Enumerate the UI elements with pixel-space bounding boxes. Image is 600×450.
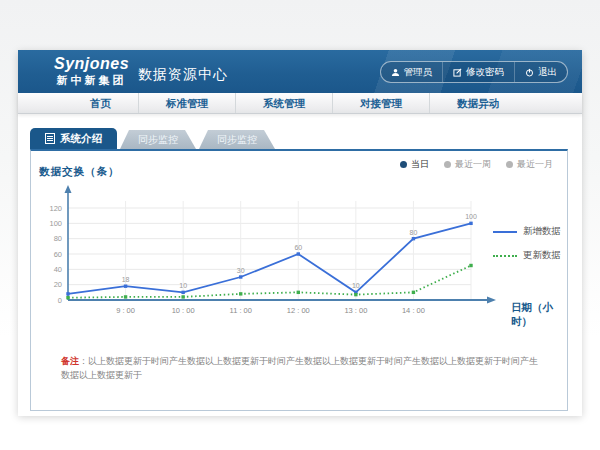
nav-item-4[interactable]: 数据异动 [429, 93, 526, 113]
legend-item-0[interactable]: 新增数据 [493, 225, 561, 238]
logo-text-en: Synjones [54, 55, 129, 73]
time-filter-1[interactable]: 最近一周 [444, 158, 491, 171]
change-password-label: 修改密码 [466, 66, 504, 79]
svg-text:11 : 00: 11 : 00 [230, 306, 252, 315]
logout-label: 退出 [538, 66, 557, 79]
tab-0[interactable]: 系统介绍 [30, 128, 117, 149]
chart-panel: 当日最近一周最近一月 数据交换（条） 0204060801001209 : 00… [30, 149, 568, 411]
radio-dot-icon [506, 161, 513, 168]
tab-label: 系统介绍 [60, 128, 102, 149]
y-axis-title: 数据交换（条） [39, 165, 120, 179]
svg-text:14 : 00: 14 : 00 [402, 306, 425, 315]
svg-text:18: 18 [122, 276, 130, 283]
radio-dot-icon [444, 161, 451, 168]
change-password-button[interactable]: 修改密码 [442, 62, 514, 82]
admin-user-label: 管理员 [404, 66, 433, 79]
svg-text:60: 60 [294, 244, 302, 251]
x-axis-title: 日期（小时） [511, 301, 567, 329]
radio-label: 当日 [411, 158, 429, 171]
legend-item-1[interactable]: 更新数据 [493, 249, 561, 262]
tab-2[interactable]: 同步监控 [199, 130, 275, 149]
page-title: 数据资源中心 [138, 66, 228, 84]
svg-text:13 : 00: 13 : 00 [344, 306, 367, 315]
footnote-text: ：以上数据更新于时间产生数据以上数据更新于时间产生数据以上数据更新于时间产生数据… [61, 356, 538, 380]
tab-label: 同步监控 [138, 134, 178, 145]
user-actions-group: 管理员 修改密码 退出 [380, 61, 569, 83]
svg-text:120: 120 [49, 204, 62, 213]
app-window: Synjones 新中新集团 数据资源中心 管理员 修改密码 退出 [18, 50, 582, 415]
footnote: 备注：以上数据更新于时间产生数据以上数据更新于时间产生数据以上数据更新于时间产生… [61, 355, 543, 382]
svg-text:9 : 00: 9 : 00 [116, 306, 135, 315]
main-nav: 首页标准管理系统管理对接管理数据异动 [18, 93, 582, 114]
edit-icon [453, 68, 462, 77]
svg-text:20: 20 [54, 280, 62, 289]
line-chart: 0204060801001209 : 0010 : 0011 : 0012 : … [37, 183, 507, 331]
radio-dot-icon [400, 161, 407, 168]
content-area: 系统介绍同步监控同步监控 当日最近一周最近一月 数据交换（条） 02040608… [18, 114, 582, 416]
legend-line-sample [493, 231, 517, 233]
svg-text:0: 0 [58, 296, 62, 305]
nav-item-0[interactable]: 首页 [63, 93, 138, 113]
company-logo: Synjones 新中新集团 [54, 55, 129, 86]
tab-1[interactable]: 同步监控 [120, 130, 196, 149]
svg-text:30: 30 [237, 267, 245, 274]
svg-text:10: 10 [352, 282, 360, 289]
footnote-prefix: 备注 [61, 356, 79, 366]
admin-user-button[interactable]: 管理员 [381, 62, 443, 82]
nav-item-2[interactable]: 系统管理 [235, 93, 332, 113]
time-filter-2[interactable]: 最近一月 [506, 158, 553, 171]
svg-text:80: 80 [410, 229, 418, 236]
tab-bar: 系统介绍同步监控同步监控 [30, 128, 275, 149]
chart-legend: 新增数据更新数据 [493, 225, 561, 262]
svg-text:10: 10 [179, 282, 187, 289]
app-header: Synjones 新中新集团 数据资源中心 管理员 修改密码 退出 [18, 50, 582, 93]
legend-line-sample [493, 255, 517, 257]
logo-text-cn: 新中新集团 [54, 74, 129, 86]
svg-text:60: 60 [54, 250, 62, 259]
svg-text:100: 100 [465, 213, 477, 220]
power-icon [525, 68, 534, 77]
time-filter-0[interactable]: 当日 [400, 158, 429, 171]
document-icon [45, 133, 55, 144]
nav-item-3[interactable]: 对接管理 [332, 93, 429, 113]
logout-button[interactable]: 退出 [514, 62, 567, 82]
legend-label: 更新数据 [523, 249, 561, 262]
nav-item-1[interactable]: 标准管理 [138, 93, 235, 113]
radio-label: 最近一月 [517, 158, 553, 171]
tab-label: 同步监控 [217, 134, 257, 145]
svg-text:80: 80 [54, 234, 62, 243]
radio-label: 最近一周 [455, 158, 491, 171]
user-icon [391, 68, 400, 77]
svg-text:10 : 00: 10 : 00 [172, 306, 195, 315]
time-filter-group: 当日最近一周最近一月 [400, 158, 553, 171]
legend-label: 新增数据 [523, 225, 561, 238]
svg-text:100: 100 [49, 219, 62, 228]
svg-text:40: 40 [54, 265, 62, 274]
svg-text:12 : 00: 12 : 00 [287, 306, 310, 315]
